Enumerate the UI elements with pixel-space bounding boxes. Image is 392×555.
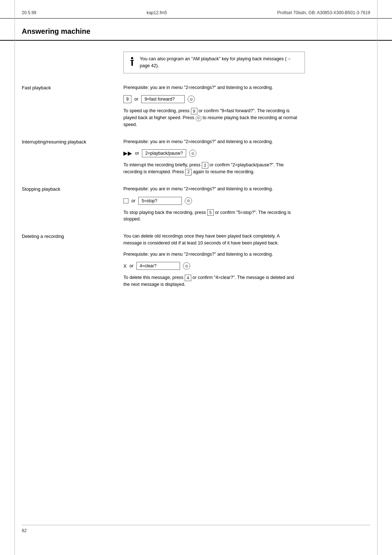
svg-rect-2 xyxy=(130,60,134,61)
prerequisite-stopping: Prerequisite: you are in menu "2=recordi… xyxy=(123,186,298,193)
inline-key-5: 5 xyxy=(207,209,214,216)
section-label-interrupting: Interrupting/resuming playback xyxy=(22,138,123,175)
display-clear: 4=clear? xyxy=(136,262,180,270)
info-box: You can also program an "AM playback" ke… xyxy=(123,52,305,73)
or-text-fast-playback: or xyxy=(134,97,138,102)
inline-check-icon: ⊙ xyxy=(196,116,201,121)
main-content: You can also program an "AM playback" ke… xyxy=(0,52,392,288)
display-playback-pause: 2=playback/pause? xyxy=(142,149,186,157)
section-interrupting: Interrupting/resuming playback Prerequis… xyxy=(22,138,370,175)
description-interrupting: To interrupt the recording briefly, pres… xyxy=(123,162,298,175)
prerequisite-deleting-1: You can delete old recordings once they … xyxy=(123,233,298,247)
section-content-interrupting: Prerequisite: you are in menu "2=recordi… xyxy=(123,138,370,175)
description-stopping: To stop playing back the recording, pres… xyxy=(123,209,298,223)
section-label-deleting: Deleting a recording xyxy=(22,233,123,288)
svg-rect-1 xyxy=(131,60,133,66)
display-fast-forward: 9=fast forward? xyxy=(141,95,185,103)
info-icon xyxy=(129,56,136,68)
svg-point-0 xyxy=(131,57,133,59)
check-icon-interrupting: ⊙ xyxy=(189,150,196,157)
description-deleting: To delete this message, press 4 or confi… xyxy=(123,274,298,288)
section-label-stopping: Stopping playback xyxy=(22,186,123,223)
description-fast-playback: To speed up the recording, press 9 or co… xyxy=(123,108,298,128)
right-margin-line xyxy=(377,0,377,555)
or-text-stopping: or xyxy=(131,198,135,203)
square-stop-icon xyxy=(123,198,128,203)
check-icon-deleting: ⊙ xyxy=(183,262,190,270)
inline-key-2: 2 xyxy=(202,162,208,169)
check-icon-fast-playback: ⊙ xyxy=(188,96,195,103)
section-deleting: Deleting a recording You can delete old … xyxy=(22,233,370,288)
info-box-text: You can also program an "AM playback" ke… xyxy=(140,56,299,69)
inline-key-9: 9 xyxy=(191,108,197,114)
or-text-interrupting: or xyxy=(135,151,139,156)
prerequisite-deleting-2: Prerequisite: you are in menu "2=recordi… xyxy=(123,251,298,258)
page-number: 82 xyxy=(22,528,26,533)
key-display-deleting: X or 4=clear? ⊙ xyxy=(123,262,370,270)
section-label-fast-playback: Fast playback xyxy=(22,84,123,128)
inline-key-2b: 2 xyxy=(185,169,192,175)
header-filename: kap12.fm5 xyxy=(147,10,167,15)
section-content-fast-playback: Prerequisite: you are in menu "2=recordi… xyxy=(123,84,370,128)
left-margin-line xyxy=(15,0,15,555)
page-container: 20.5.99 kap12.fm5 Profiset 70isdn, GB: A… xyxy=(0,0,392,555)
or-text-deleting: or xyxy=(130,263,134,268)
key-display-stopping: or 5=stop? ⊙ xyxy=(123,197,370,205)
section-content-deleting: You can delete old recordings once they … xyxy=(123,233,370,288)
key-display-interrupting: ▶▶ or 2=playback/pause? ⊙ xyxy=(123,149,370,157)
prerequisite-interrupting: Prerequisite: you are in menu "2=recordi… xyxy=(123,138,298,145)
section-fast-playback: Fast playback Prerequisite: you are in m… xyxy=(22,84,370,128)
key-display-fast-playback: 9 or 9=fast forward? ⊙ xyxy=(123,95,370,103)
page-title: Answering machine xyxy=(22,27,90,35)
inline-key-4: 4 xyxy=(185,275,191,281)
header-product: Profiset 70isdn, GB: A30853-X300-B501-3-… xyxy=(277,10,370,15)
footer-bar: 82 xyxy=(22,525,370,533)
check-icon-stopping: ⊙ xyxy=(185,197,192,204)
key-9: 9 xyxy=(123,95,131,103)
page-title-section: Answering machine xyxy=(0,19,392,41)
section-content-stopping: Prerequisite: you are in menu "2=recordi… xyxy=(123,186,370,223)
play-pause-icon: ▶▶ xyxy=(123,150,132,157)
header-date: 20.5.99 xyxy=(22,10,36,15)
header-bar: 20.5.99 kap12.fm5 Profiset 70isdn, GB: A… xyxy=(0,0,392,19)
x-key: X xyxy=(123,263,127,269)
section-stopping: Stopping playback Prerequisite: you are … xyxy=(22,186,370,223)
display-stop: 5=stop? xyxy=(138,197,182,205)
prerequisite-fast-playback: Prerequisite: you are in menu "2=recordi… xyxy=(123,84,298,91)
